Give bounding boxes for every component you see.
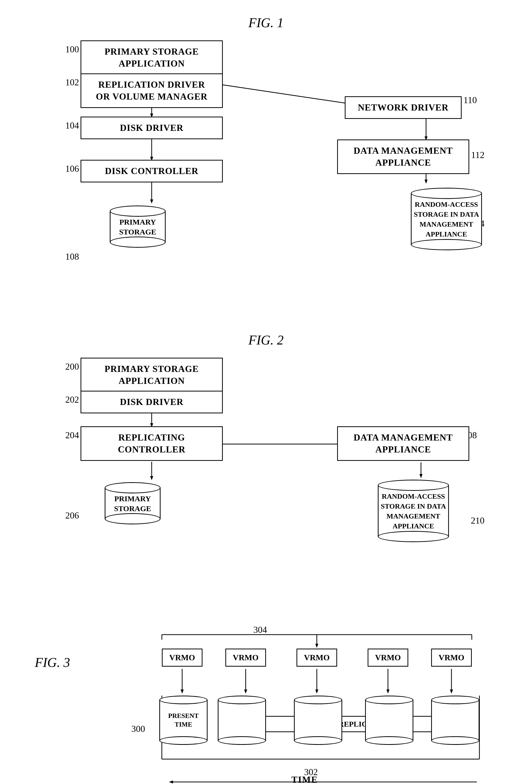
cylinder-present-time: PRESENTTIME	[159, 696, 207, 745]
label-112: 112	[471, 150, 484, 160]
label-110: 110	[464, 95, 477, 106]
past-replicas-box: PAST REPLICAS	[233, 716, 461, 732]
vrmo-box-5: VRMO	[431, 649, 472, 667]
vrmo-box-2: VRMO	[225, 649, 266, 667]
label-300: 300	[131, 724, 145, 734]
vrmo-box-3: VRMO	[297, 649, 337, 667]
cylinder-past-4	[365, 696, 413, 745]
time-label: TIME	[291, 774, 318, 784]
svg-marker-32	[180, 690, 184, 694]
fig2-title: FIG. 2	[20, 333, 512, 347]
svg-marker-30	[315, 644, 318, 648]
box-f2-dma: DATA MANAGEMENTAPPLIANCE	[337, 426, 469, 461]
label-104: 104	[65, 120, 79, 131]
box-dc: DISK CONTROLLER	[81, 160, 223, 183]
svg-marker-22	[150, 476, 153, 480]
svg-marker-40	[450, 690, 453, 694]
cylinder-f2-ps: PRIMARYSTORAGE	[105, 482, 161, 524]
svg-marker-38	[386, 690, 390, 694]
page: FIG. 1	[0, 0, 532, 784]
box-psa: PRIMARY STORAGE APPLICATION	[81, 40, 223, 75]
figure-2: FIG. 2	[20, 333, 512, 599]
fig2-diagram: 200 PRIMARY STORAGE APPLICATION 202 DISK…	[25, 358, 507, 599]
vrmo-box-1: VRMO	[162, 649, 202, 667]
fig3-diagram: FIG. 3 304	[25, 624, 507, 784]
box-nd: NETWORK DRIVER	[345, 96, 461, 119]
fig1-diagram: 100 PRIMARY STORAGE APPLICATION 102 REPL…	[25, 40, 507, 307]
fig3-title: FIG. 3	[35, 655, 70, 670]
box-f2-dd: DISK DRIVER	[81, 391, 223, 413]
label-202: 202	[65, 394, 79, 405]
figure-1: FIG. 1	[20, 15, 512, 307]
svg-marker-36	[315, 690, 318, 694]
box-rdovm: REPLICATION DRIVEROR VOLUME MANAGER	[81, 74, 223, 108]
label-102: 102	[65, 77, 79, 88]
label-200: 200	[65, 361, 79, 372]
box-dma: DATA MANAGEMENTAPPLIANCE	[337, 139, 469, 174]
figure-3: FIG. 3 304	[20, 624, 512, 784]
label-304: 304	[253, 624, 267, 635]
box-f2-rc: REPLICATING CONTROLLER	[81, 426, 223, 461]
cylinder-past-3	[294, 696, 342, 745]
svg-marker-34	[244, 690, 247, 694]
label-206: 206	[65, 510, 79, 521]
svg-marker-25	[419, 474, 422, 478]
label-106: 106	[65, 163, 79, 174]
svg-marker-7	[150, 199, 153, 203]
box-f2-psa: PRIMARY STORAGE APPLICATION	[81, 358, 223, 392]
cylinder-past-5	[431, 696, 479, 745]
label-204: 204	[65, 430, 79, 441]
vrmo-box-4: VRMO	[368, 649, 408, 667]
label-108: 108	[65, 251, 79, 262]
cylinder-f2-ras: RANDOM-ACCESSSTORAGE IN DATAMANAGEMENTAP…	[340, 480, 487, 542]
cylinder-primary-storage: PRIMARYSTORAGE	[110, 205, 166, 248]
cylinder-past-2	[218, 696, 266, 745]
svg-marker-45	[169, 780, 173, 783]
cylinder-ras: RANDOM-ACCESSSTORAGE IN DATAMANAGEMENTAP…	[411, 188, 482, 250]
box-dd: DISK DRIVER	[81, 117, 223, 139]
svg-marker-13	[424, 179, 427, 184]
fig1-title: FIG. 1	[20, 15, 512, 30]
label-100: 100	[65, 44, 79, 55]
